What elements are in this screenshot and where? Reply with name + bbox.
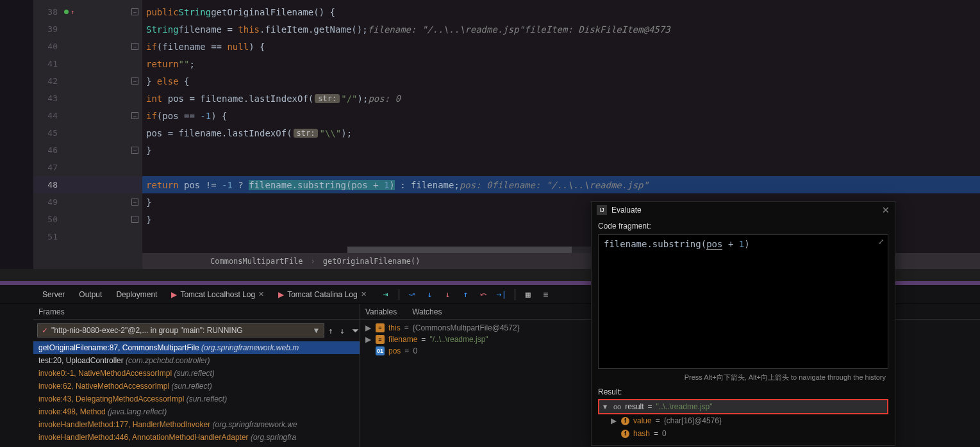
drop-frame-icon[interactable]: ⤺ xyxy=(479,289,489,300)
run-to-cursor-icon[interactable]: →| xyxy=(497,289,507,300)
tab-tomcat-localhost[interactable]: ▶Tomcat Localhost Log✕ xyxy=(165,286,270,303)
fold-icon[interactable]: − xyxy=(131,216,138,223)
thread-selector[interactable]: ✓ "http-nio-8080-exec-2"@2,... in group … xyxy=(37,323,324,337)
close-icon[interactable]: ✕ xyxy=(882,205,890,215)
result-row[interactable]: ▾ oo result = "..\..\readme.jsp" xyxy=(598,399,888,414)
evaluate-input[interactable]: filename.substring(pos + 1) ⤢ xyxy=(598,234,888,369)
next-frame-icon[interactable]: ↓ xyxy=(340,326,345,336)
close-icon[interactable]: ✕ xyxy=(361,290,367,298)
fold-icon[interactable]: − xyxy=(131,147,138,154)
tab-server[interactable]: Server xyxy=(36,286,71,303)
tab-tomcat-catalina[interactable]: ▶Tomcat Catalina Log✕ xyxy=(272,286,372,303)
fold-icon[interactable]: − xyxy=(131,199,138,206)
intellij-icon: IJ xyxy=(597,205,607,215)
fold-icon[interactable]: − xyxy=(131,112,138,119)
fold-icon[interactable]: − xyxy=(131,77,138,85)
editor-left-margin xyxy=(0,0,33,269)
field-icon: f xyxy=(621,417,629,425)
tab-deployment[interactable]: Deployment xyxy=(110,286,163,303)
close-icon[interactable]: ✕ xyxy=(258,290,264,298)
step-into-icon[interactable]: ↓ xyxy=(425,289,435,300)
fold-icon[interactable]: − xyxy=(131,43,138,50)
int-icon: 01 xyxy=(376,346,385,355)
object-icon: ≡ xyxy=(376,335,385,344)
evaluate-icon[interactable]: ▦ xyxy=(523,289,533,300)
frame-row[interactable]: invokeHandlerMethod:446, AnnotationMetho… xyxy=(33,431,360,444)
frame-row[interactable]: test:20, UploadController (com.zpchcbd.c… xyxy=(33,354,360,367)
frame-row[interactable]: invoke0:-1, NativeMethodAccessorImpl (su… xyxy=(33,367,360,380)
frame-row[interactable]: invoke:62, NativeMethodAccessorImpl (sun… xyxy=(33,380,360,393)
debug-left-toolbar xyxy=(0,304,33,447)
step-over-icon[interactable]: ⤻ xyxy=(407,289,417,300)
frames-header: Frames xyxy=(33,304,360,320)
result-label: Result: xyxy=(592,385,895,399)
force-step-into-icon[interactable]: ↓ xyxy=(443,289,453,300)
field-icon: f xyxy=(621,430,629,438)
code-fragment-label: Code fragment: xyxy=(592,219,895,233)
fold-icon[interactable]: − xyxy=(131,8,138,15)
breadcrumb-method[interactable]: getOriginalFilename() xyxy=(323,257,420,266)
gutter[interactable]: 38↑− 39 40− 41 42− 43 44− 45 46− 47 48 4… xyxy=(33,0,142,269)
frame-row[interactable]: invokeHandlerMethod:177, HandlerMethodIn… xyxy=(33,418,360,431)
shrink-icon[interactable]: ⤢ xyxy=(878,238,884,246)
evaluate-result[interactable]: ▾ oo result = "..\..\readme.jsp" ▶ f val… xyxy=(598,399,888,440)
variables-tab[interactable]: Variables xyxy=(365,307,397,316)
evaluate-titlebar[interactable]: IJ Evaluate ✕ xyxy=(592,202,895,219)
frames-panel: Frames ✓ "http-nio-8080-exec-2"@2,... in… xyxy=(33,304,360,447)
object-icon: oo xyxy=(613,403,621,410)
breadcrumb-class[interactable]: CommonsMultipartFile xyxy=(210,257,303,266)
evaluate-dialog: IJ Evaluate ✕ Code fragment: filename.su… xyxy=(591,201,895,446)
result-field-row[interactable]: ▶ f value = {char[16]@4576} xyxy=(598,414,888,427)
frame-row[interactable]: invoke:498, Method (java.lang.reflect) xyxy=(33,405,360,418)
frame-row[interactable]: getOriginalFilename:87, CommonsMultipart… xyxy=(33,341,360,354)
prev-frame-icon[interactable]: ↑ xyxy=(328,326,333,336)
show-execution-icon[interactable]: ⇥ xyxy=(381,289,391,300)
frame-row[interactable]: invoke:43, DelegatingMethodAccessorImpl … xyxy=(33,393,360,405)
frame-list[interactable]: getOriginalFilename:87, CommonsMultipart… xyxy=(33,341,360,447)
settings-icon[interactable]: ≡ xyxy=(541,289,551,300)
tab-output[interactable]: Output xyxy=(72,286,108,303)
evaluate-history-hint: Press Alt+向下箭头, Alt+向上箭头 to navigate thr… xyxy=(592,370,895,385)
result-field-row[interactable]: f hash = 0 xyxy=(598,427,888,440)
step-out-icon[interactable]: ↑ xyxy=(461,289,471,300)
filter-icon[interactable]: ⏷ xyxy=(351,326,360,336)
object-icon: ≡ xyxy=(376,323,385,332)
watches-tab[interactable]: Watches xyxy=(412,307,442,316)
